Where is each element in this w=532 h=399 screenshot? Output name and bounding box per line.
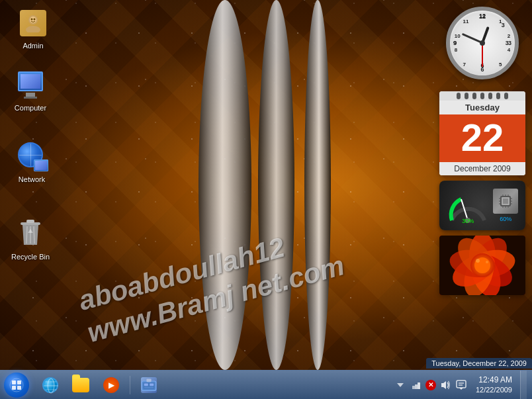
svg-rect-60 (457, 380, 466, 388)
svg-point-1 (26, 26, 40, 32)
start-button[interactable] (0, 371, 33, 400)
svg-point-4 (34, 19, 36, 21)
clock-widget[interactable]: 12 3 3 6 9 12 3 6 9 1 11 2 4 5 7 8 (443, 7, 522, 86)
computer-icon-img (18, 71, 43, 91)
calendar-day-number: 22 (439, 118, 525, 157)
svg-point-3 (31, 19, 33, 21)
media-player-icon: ▶ (103, 377, 119, 393)
notification-date-strip: Tuesday, December 22, 2009 (426, 358, 532, 369)
taskbar-ie-button[interactable] (36, 373, 65, 398)
taskbar: ▶ (0, 370, 532, 399)
network-computer-overlay (34, 159, 48, 171)
monitor-base (24, 97, 37, 99)
desktop-icon-recycle[interactable]: Recycle Bin (7, 218, 54, 262)
svg-rect-45 (17, 386, 21, 390)
mem-percent-label: 60% (500, 216, 511, 222)
tray-error-badge: ✕ (425, 380, 436, 390)
svg-rect-59 (418, 382, 420, 389)
svg-rect-44 (12, 386, 16, 390)
cpu-chip-icon (493, 189, 518, 214)
calendar-month-year: December 2009 (439, 162, 525, 175)
svg-rect-42 (12, 380, 16, 384)
cpu-gauge: 30% (447, 186, 490, 226)
network-label: Network (19, 175, 45, 183)
ie-icon (42, 377, 58, 393)
computer-label: Computer (15, 104, 46, 112)
svg-rect-14 (503, 199, 508, 204)
svg-point-41 (10, 378, 23, 392)
photo-widget[interactable] (439, 236, 525, 295)
start-orb (4, 373, 29, 398)
taskbar-separator (130, 376, 130, 394)
show-desktop-button[interactable] (520, 371, 527, 400)
svg-rect-53 (150, 383, 154, 386)
calendar-day-name: Tuesday (439, 101, 525, 114)
svg-rect-54 (144, 386, 154, 388)
tray-clock[interactable]: 12:49 AM 12/22/2009 (470, 371, 517, 400)
calendar-spiral (439, 91, 525, 101)
tube-3 (304, 0, 331, 370)
desktop-icon-computer[interactable]: Computer (7, 69, 54, 113)
taskbar-folder-button[interactable] (66, 373, 95, 398)
svg-rect-6 (26, 220, 34, 223)
recycle-label: Recycle Bin (11, 253, 50, 261)
tray-network-icon[interactable] (410, 378, 423, 392)
meter-widget[interactable]: 30% (439, 181, 525, 230)
tray-date-display: 12/22/2009 (476, 385, 512, 394)
tray-action-center-icon[interactable] (455, 378, 468, 392)
svg-rect-55 (146, 378, 151, 382)
taskbar-winexp-button[interactable] (134, 373, 163, 398)
svg-line-7 (26, 226, 27, 244)
cpu-icon-area: 60% (493, 189, 518, 222)
desktop-icon-admin[interactable]: Admin (10, 10, 56, 51)
meter-background: 30% (439, 181, 525, 230)
folder-icon (72, 378, 89, 392)
svg-rect-58 (415, 384, 418, 389)
clock-face: 12 3 3 6 9 12 3 6 9 1 11 2 4 5 7 8 (446, 7, 519, 79)
widgets-area: 12 3 3 6 9 12 3 6 9 1 11 2 4 5 7 8 (439, 7, 525, 295)
svg-line-9 (34, 226, 34, 244)
tray-time-display: 12:49 AM (478, 375, 512, 386)
svg-rect-57 (412, 386, 415, 389)
desktop: aboabdoullah12 www.Bramj net.com Admin C (0, 0, 532, 370)
admin-label: Admin (22, 42, 43, 50)
recycle-icon-img (17, 218, 44, 247)
svg-rect-52 (144, 383, 148, 386)
svg-rect-43 (17, 380, 21, 384)
tube-1 (199, 0, 251, 370)
desktop-tubes (79, 0, 410, 370)
system-tray: ✕ 12:49 AM 12/22/2009 (388, 371, 532, 400)
tube-2 (258, 0, 294, 370)
clock-second-hand (482, 43, 483, 67)
desktop-icon-network[interactable]: Network (8, 142, 56, 185)
svg-marker-56 (397, 383, 404, 387)
calendar-body: 22 (439, 114, 525, 162)
clock-center-dot (480, 40, 485, 46)
svg-point-39 (476, 259, 480, 263)
calendar-widget[interactable]: Tuesday 22 December 2009 (439, 91, 525, 175)
admin-icon-img (20, 10, 46, 36)
cpu-percent-label: 30% (462, 218, 474, 224)
svg-point-40 (486, 261, 488, 263)
windows-experience-icon (141, 377, 157, 393)
quick-launch-area: ▶ (33, 371, 166, 400)
taskbar-media-button[interactable]: ▶ (97, 373, 126, 398)
tray-volume-icon[interactable] (439, 378, 452, 392)
tray-show-hidden-button[interactable] (394, 378, 407, 392)
